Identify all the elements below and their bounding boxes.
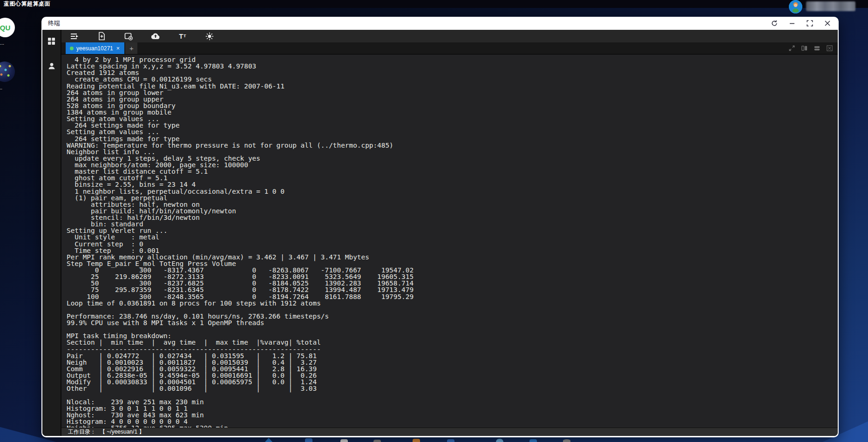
new-session-button[interactable] <box>124 32 133 41</box>
window-title: 终端 <box>42 19 60 27</box>
taskbar <box>0 437 868 442</box>
apps-grid-button[interactable] <box>47 36 56 46</box>
font-size-icon: T <box>183 34 186 38</box>
user-avatar[interactable] <box>789 0 802 14</box>
tabbar: yeesuan10271 × + <box>61 42 838 54</box>
tool-app-icon[interactable] <box>373 440 381 442</box>
refresh-button[interactable] <box>771 20 778 27</box>
stacked-panels-button[interactable] <box>813 45 821 52</box>
font-size-icon: T <box>179 33 183 40</box>
minimize-button[interactable] <box>788 20 796 27</box>
qu-app-badge: QU <box>0 24 10 32</box>
apps-grid-icon <box>47 37 55 45</box>
minimize-icon <box>788 20 796 27</box>
close-box-button[interactable] <box>826 45 833 52</box>
window-sidebar <box>42 30 61 436</box>
tab-close-icon[interactable]: × <box>116 45 121 51</box>
maximize-button[interactable] <box>806 20 814 27</box>
upload-cloud-icon <box>151 33 160 40</box>
desktop-environment-title: 蓝图心算超算桌面 <box>4 0 50 8</box>
window-titlebar[interactable]: 终端 <box>42 17 838 30</box>
blue-app-icon[interactable] <box>447 439 454 442</box>
gear-app-icon[interactable] <box>563 439 570 442</box>
folder-app-icon[interactable] <box>413 439 420 442</box>
cloud-app-icon[interactable] <box>496 439 503 442</box>
menu-collapse-button[interactable] <box>70 32 79 41</box>
tab-yeesuan10271[interactable]: yeesuan10271 × <box>66 42 124 54</box>
desktop-shortcut-p[interactable]: P... <box>0 61 20 90</box>
shortcut-label: U... <box>0 40 21 46</box>
theme-sun-icon <box>205 32 214 41</box>
grid-app-icon[interactable] <box>340 439 348 442</box>
window-app-icon[interactable] <box>305 438 312 442</box>
qu-app-icon: QU <box>0 18 15 37</box>
terminal-toolbar: TT <box>61 30 838 42</box>
connection-status-dot <box>70 47 74 50</box>
terminal-window: 终端 <box>41 17 839 437</box>
split-view-button[interactable] <box>800 45 808 52</box>
user-icon <box>47 62 56 70</box>
terminal-output[interactable]: 4 by 2 by 1 MPI processor grid Lattice s… <box>61 54 838 428</box>
sphere-app-icon <box>0 61 15 82</box>
upload-cloud-button[interactable] <box>151 32 160 41</box>
maximize-icon <box>806 20 814 27</box>
stacked-panels-icon <box>814 45 821 52</box>
menu-collapse-icon <box>70 33 79 40</box>
peak-app-icon[interactable] <box>265 438 272 442</box>
working-directory-label: 工作目录： <box>68 428 96 436</box>
new-file-icon <box>98 32 106 41</box>
working-directory-path: 【 ~/yeesuan/1 】 <box>100 428 144 436</box>
new-tab-button[interactable]: + <box>125 42 137 54</box>
theme-sun-button[interactable] <box>205 32 214 41</box>
split-view-icon <box>801 45 808 52</box>
shortcut-label: P... <box>0 85 20 90</box>
refresh-icon <box>771 20 778 27</box>
close-icon <box>824 20 831 27</box>
fullscreen-button[interactable] <box>788 45 795 52</box>
drop-app-icon[interactable] <box>529 439 537 442</box>
close-button[interactable] <box>824 20 831 27</box>
new-session-icon <box>124 32 133 41</box>
avatar-person-icon <box>789 0 802 14</box>
font-size-button[interactable]: TT <box>178 32 187 41</box>
user-button[interactable] <box>47 61 56 71</box>
fullscreen-icon <box>788 45 795 52</box>
user-name-redacted <box>806 1 855 11</box>
close-box-icon <box>826 45 833 52</box>
system-topbar: 蓝图心算超算桌面 <box>0 0 868 8</box>
desktop: 蓝图心算超算桌面 QU U... P... 终端 <box>0 0 868 442</box>
desktop-shortcut-qu[interactable]: QU U... <box>0 18 21 46</box>
tab-label: yeesuan10271 <box>76 45 113 52</box>
new-file-button[interactable] <box>97 32 106 41</box>
terminal-statusbar: 工作目录： 【 ~/yeesuan/1 】 <box>61 428 838 436</box>
